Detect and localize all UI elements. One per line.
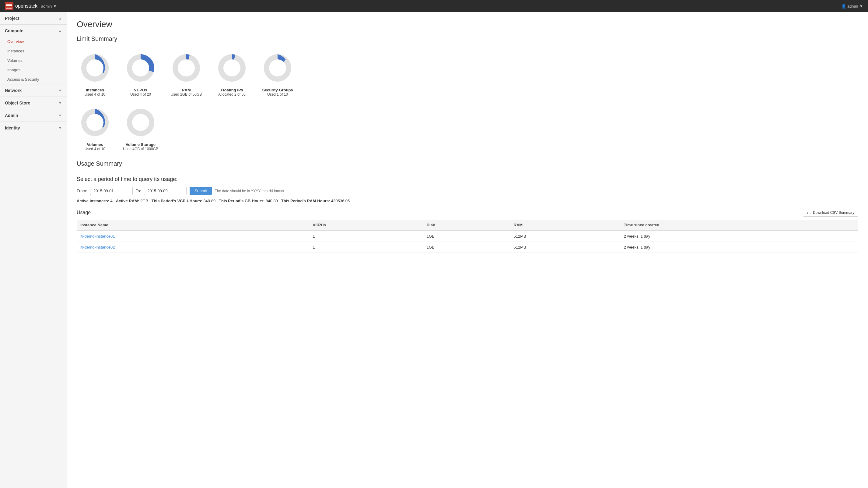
table-row: itl-demo-instance02 1 1GB 512MB 2 weeks,… [77, 242, 858, 253]
svg-point-11 [223, 59, 241, 77]
download-label: ↓ Download CSV Summary [810, 210, 854, 215]
sidebar-section-network-label: Network [5, 88, 22, 93]
to-label: To: [136, 189, 141, 193]
openstack-logo-icon [5, 2, 13, 10]
pie-volume-storage-chart [124, 106, 157, 139]
svg-rect-3 [6, 8, 12, 8]
svg-point-15 [87, 114, 103, 131]
page-title: Overview [77, 20, 858, 29]
sidebar-section-identity[interactable]: Identity ▼ [0, 121, 67, 134]
vcpus-cell-01: 1 [309, 231, 423, 242]
pie-ram-chart [169, 51, 203, 85]
chevron-down-icon-admin: ▼ [58, 114, 62, 117]
sidebar-section-compute[interactable]: Compute ▲ [0, 24, 67, 37]
usage-table-section: Usage ↓ ↓ Download CSV Summary Instance … [77, 209, 858, 253]
from-label: From: [77, 189, 87, 193]
ram-cell-01: 512MB [510, 231, 620, 242]
sidebar-item-images[interactable]: Images [0, 65, 67, 75]
sidebar-section-object-store[interactable]: Object Store ▼ [0, 96, 67, 109]
brand-name: openstack [15, 3, 37, 9]
chevron-up-icon: ▲ [58, 17, 62, 20]
col-vcpus: VCPUs [309, 220, 423, 231]
navbar-brand: openstack [5, 2, 37, 10]
pie-security-groups-chart [261, 51, 294, 85]
user-menu: 👤 admin ▼ [841, 4, 863, 8]
svg-point-13 [269, 59, 286, 77]
chart-volumes-sublabel: Used 4 of 10 [85, 147, 105, 151]
active-ram-value: 2GB [140, 199, 148, 203]
chart-security-groups-name: Security Groups [262, 88, 293, 92]
usage-table-tbody: itl-demo-instance01 1 1GB 512MB 2 weeks,… [77, 231, 858, 253]
chart-vcpus-name: VCPUs [130, 88, 151, 92]
navbar-left: openstack admin ▼ [5, 2, 57, 10]
col-time: Time since created [620, 220, 858, 231]
chart-ram-label: RAM Used 2GB of 50GB [171, 88, 202, 96]
instance-link-02[interactable]: itl-demo-instance02 [80, 245, 115, 250]
chevron-down-icon-identity: ▼ [58, 126, 62, 130]
chevron-up-icon-compute: ▲ [58, 29, 62, 33]
chart-volume-storage-label: Volume Storage Used 4GB of 1000GB [123, 142, 158, 151]
sidebar-section-identity-label: Identity [5, 125, 20, 131]
sidebar-section-admin[interactable]: Admin ▼ [0, 109, 67, 121]
col-instance-name: Instance Name [77, 220, 309, 231]
from-date-input[interactable] [90, 187, 133, 195]
chart-floating-ips-label: Floating IPs Allocated 2 of 50 [218, 88, 245, 96]
pie-instances-chart [78, 51, 112, 85]
sidebar-section-network[interactable]: Network ▼ [0, 84, 67, 96]
chart-security-groups: Security Groups Used 1 of 10 [259, 51, 296, 96]
sidebar-item-volumes[interactable]: Volumes [0, 56, 67, 65]
chart-vcpus: VCPUs Used 4 of 20 [122, 51, 159, 96]
sidebar: Project ▲ Compute ▲ Overview Instances V… [0, 12, 67, 488]
chart-ram-sublabel: Used 2GB of 50GB [171, 92, 202, 96]
user-label: admin ▼ [847, 4, 863, 8]
chart-instances-label: Instances Used 4 of 10 [85, 88, 105, 96]
navbar: openstack admin ▼ 👤 admin ▼ [0, 0, 868, 12]
chart-volumes-label: Volumes Used 4 of 10 [85, 142, 105, 151]
sidebar-item-overview[interactable]: Overview [0, 37, 67, 46]
svg-point-9 [178, 59, 195, 77]
instance-name-cell: itl-demo-instance02 [77, 242, 309, 253]
sidebar-item-instances[interactable]: Instances [0, 46, 67, 56]
pie-volumes-chart [78, 106, 112, 139]
usage-summary-title: Usage Summary [77, 160, 858, 170]
gb-hours-value: 840.89 [266, 199, 278, 203]
limit-summary-title: Limit Summary [77, 35, 858, 45]
col-disk: Disk [423, 220, 510, 231]
instance-link-01[interactable]: itl-demo-instance01 [80, 234, 115, 238]
chart-security-groups-label: Security Groups Used 1 of 10 [262, 88, 293, 96]
chart-ram: RAM Used 2GB of 50GB [168, 51, 205, 96]
download-csv-button[interactable]: ↓ ↓ Download CSV Summary [803, 209, 858, 217]
ram-cell-02: 512MB [510, 242, 620, 253]
chart-ram-name: RAM [171, 88, 202, 92]
chart-volumes-name: Volumes [85, 142, 105, 147]
download-icon: ↓ [807, 210, 809, 215]
active-ram-label: Active RAM: [116, 199, 140, 203]
limit-summary-charts-row2: Volumes Used 4 of 10 Volume Storage Used… [77, 106, 858, 151]
date-format-hint: The date should be in YYYY-mm-dd format. [215, 189, 285, 193]
usage-summary-section: Usage Summary Select a period of time to… [77, 160, 858, 253]
admin-menu-button[interactable]: admin ▼ [41, 4, 57, 8]
submit-button[interactable]: Submit [190, 187, 212, 195]
instance-name-cell: itl-demo-instance01 [77, 231, 309, 242]
vcpus-cell-02: 1 [309, 242, 423, 253]
chart-instances: Instances Used 4 of 10 [77, 51, 113, 96]
user-icon: 👤 [841, 4, 846, 8]
gb-hours-label: This Period's GB-Hours: [219, 199, 265, 203]
chevron-down-icon-network: ▼ [58, 89, 62, 92]
sidebar-item-access-security[interactable]: Access & Security [0, 75, 67, 84]
chart-volume-storage-name: Volume Storage [123, 142, 158, 147]
usage-table-header: Usage ↓ ↓ Download CSV Summary [77, 209, 858, 217]
sidebar-section-project[interactable]: Project ▲ [0, 12, 67, 24]
col-ram: RAM [510, 220, 620, 231]
limit-summary-section: Limit Summary Instances Used 4 [77, 35, 858, 151]
chart-floating-ips-sublabel: Allocated 2 of 50 [218, 92, 245, 96]
pie-floating-ips-chart [215, 51, 249, 85]
app-body: Project ▲ Compute ▲ Overview Instances V… [0, 12, 868, 488]
vcpu-hours-value: 840.89 [203, 199, 215, 203]
usage-table-title: Usage [77, 210, 91, 216]
user-menu-button[interactable]: 👤 admin ▼ [841, 4, 863, 8]
chart-vcpus-sublabel: Used 4 of 20 [130, 92, 151, 96]
to-date-input[interactable] [144, 187, 187, 195]
usage-query-title: Select a period of time to query its usa… [77, 176, 858, 182]
chart-security-groups-sublabel: Used 1 of 10 [262, 92, 293, 96]
